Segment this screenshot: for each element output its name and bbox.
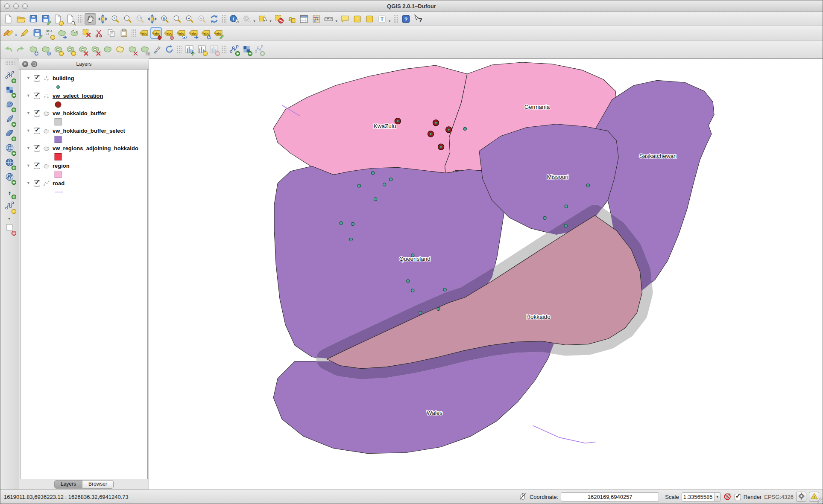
node-tool-button[interactable]	[68, 27, 80, 39]
copy-features-button[interactable]	[105, 27, 117, 39]
pan-map-button[interactable]	[85, 13, 96, 25]
map-canvas[interactable]: KwaZuluGermaniaSaskatchewanMissouriQueen…	[149, 58, 823, 489]
layer-item-vw_hokkaido_buffer[interactable]: ▼✓vw_hokkaido_buffer	[21, 108, 147, 118]
zoom-full-extent-button[interactable]	[146, 13, 158, 25]
new-shapefile-layer-button[interactable]: *	[3, 198, 16, 213]
chevron-down-icon[interactable]: ▼	[714, 493, 720, 501]
pan-to-selection-button[interactable]	[97, 13, 108, 25]
zoom-to-selection-button[interactable]: ▮	[159, 13, 170, 25]
minimize-window-button[interactable]	[13, 3, 19, 9]
expand-triangle-icon[interactable]: ▼	[26, 181, 31, 185]
expand-triangle-icon[interactable]: ▼	[26, 163, 31, 168]
layer-name[interactable]: vw_regions_adjoining_hokkaido	[53, 145, 138, 151]
layer-item-vw_regions_adjoining_hokkaido[interactable]: ▼✓vw_regions_adjoining_hokkaido	[21, 143, 147, 153]
move-feature-button[interactable]	[56, 27, 67, 39]
zoom-window-button[interactable]	[22, 3, 28, 9]
layer-item-road[interactable]: ▼✓road	[21, 178, 147, 188]
new-memory-layer-button[interactable]	[228, 44, 240, 55]
whats-this-button[interactable]: ?	[413, 13, 424, 25]
split-features-button[interactable]	[126, 44, 138, 55]
zoom-next-button[interactable]: ▸	[196, 13, 208, 25]
new-bookmark-button[interactable]: *	[351, 13, 363, 25]
layer-visibility-checkbox[interactable]: ✓	[34, 128, 40, 134]
show-bookmarks-button[interactable]	[364, 13, 375, 25]
layer-name[interactable]: road	[53, 180, 64, 186]
layer-item-region[interactable]: ▼✓region	[21, 160, 147, 171]
layer-labeling-options-button[interactable]: abc	[138, 27, 149, 39]
text-annotation-button[interactable]: T	[376, 13, 388, 25]
new-raster-layer-button[interactable]	[241, 44, 252, 55]
add-postgis-layer-button[interactable]	[3, 97, 16, 111]
coordinate-input[interactable]: 1620169,6940257	[561, 492, 659, 501]
save-layer-edits-button[interactable]	[31, 27, 43, 39]
add-raster-layer-button[interactable]	[3, 82, 16, 97]
current-edits-button[interactable]	[3, 27, 14, 39]
open-attribute-table-button[interactable]	[298, 13, 310, 25]
save-project-button[interactable]	[27, 13, 39, 25]
close-window-button[interactable]	[4, 3, 10, 9]
layer-visibility-checkbox[interactable]: ✓	[34, 163, 40, 169]
layer-item-building[interactable]: ▼✓building	[21, 73, 147, 83]
layer-visibility-checkbox[interactable]: ✓	[34, 75, 40, 82]
show-hidden-labels-button[interactable]: abc	[175, 27, 187, 39]
map-tips-button[interactable]	[339, 13, 351, 25]
composer-manager-button[interactable]	[64, 13, 76, 25]
add-vector-layer-button[interactable]	[3, 68, 16, 82]
reshape-features-button[interactable]	[102, 44, 113, 55]
refresh-map-button[interactable]	[208, 13, 220, 25]
label-pin-highlighted-button[interactable]: abc	[150, 27, 162, 39]
tab-browser[interactable]: Browser	[82, 480, 114, 489]
layer-visibility-checkbox[interactable]: ✓	[34, 145, 40, 151]
layer-name[interactable]: building	[53, 75, 74, 82]
text-annotation-dropdown-arrow[interactable]: ▼	[388, 20, 391, 23]
layer-name[interactable]: region	[53, 163, 70, 169]
scale-combobox[interactable]: 1:33565585 ▼	[682, 492, 721, 501]
delete-part-button[interactable]	[89, 44, 101, 55]
save-project-as-button[interactable]	[40, 13, 51, 25]
zoom-last-button[interactable]: ◂	[184, 13, 195, 25]
identify-features-button[interactable]: i	[228, 13, 240, 25]
raster-local-stretch-button[interactable]	[184, 44, 195, 55]
layer-visibility-checkbox[interactable]: ✓	[34, 180, 40, 186]
expand-triangle-icon[interactable]: ▼	[26, 93, 31, 98]
coordinate-toggle-icon[interactable]	[518, 492, 527, 502]
select-features-dropdown-arrow[interactable]: ▼	[269, 20, 272, 23]
add-wcs-layer-button[interactable]	[3, 155, 16, 169]
split-parts-button[interactable]	[139, 44, 150, 55]
run-feature-action-button[interactable]	[241, 13, 252, 25]
raster-full-stretch-button[interactable]: *	[196, 44, 208, 55]
layer-visibility-checkbox[interactable]: ✓	[34, 110, 40, 117]
raster-decrease-contrast-button[interactable]	[208, 44, 220, 55]
redo-button[interactable]	[15, 44, 26, 55]
change-label-properties-button[interactable]: abc	[212, 27, 224, 39]
rotate-feature-button[interactable]	[27, 44, 39, 55]
layer-item-vw_select_location[interactable]: ▼✓vw_select_location	[21, 90, 147, 101]
layer-name[interactable]: vw_select_location	[53, 93, 103, 99]
layer-name[interactable]: vw_hokkaido_buffer	[53, 110, 106, 117]
open-project-button[interactable]	[15, 13, 26, 25]
add-wms-layer-button[interactable]	[3, 140, 16, 155]
toggle-editing-button[interactable]	[19, 27, 30, 39]
run-feature-action-dropdown-arrow[interactable]: ▼	[253, 20, 256, 23]
new-shapefile-layer-dropdown-arrow[interactable]: ▼	[8, 217, 11, 220]
simplify-feature-button[interactable]	[40, 44, 51, 55]
undo-button[interactable]	[3, 44, 14, 55]
expand-triangle-icon[interactable]: ▼	[26, 146, 31, 150]
select-features-button[interactable]	[257, 13, 269, 25]
select-by-expression-button[interactable]: ε	[286, 13, 297, 25]
rotate-label-button[interactable]: abc	[200, 27, 211, 39]
expand-triangle-icon[interactable]: ▼	[26, 128, 31, 133]
tab-layers[interactable]: Layers	[54, 480, 82, 489]
resize-grip[interactable]	[817, 498, 823, 504]
cut-features-button[interactable]	[93, 27, 105, 39]
offset-curve-button[interactable]	[114, 44, 126, 55]
zoom-to-layer-button[interactable]	[171, 13, 183, 25]
layer-name[interactable]: vw_hokkaido_buffer_select	[53, 128, 125, 134]
add-wfs-layer-button[interactable]	[3, 169, 16, 184]
field-calculator-button[interactable]	[310, 13, 322, 25]
title-bar[interactable]: QGIS 2.0.1–Dufour	[0, 0, 823, 12]
measure-line-button[interactable]	[323, 13, 334, 25]
paste-features-button[interactable]	[118, 27, 129, 39]
add-mssql-layer-button[interactable]	[3, 126, 16, 140]
remove-layer-button[interactable]	[3, 220, 16, 235]
